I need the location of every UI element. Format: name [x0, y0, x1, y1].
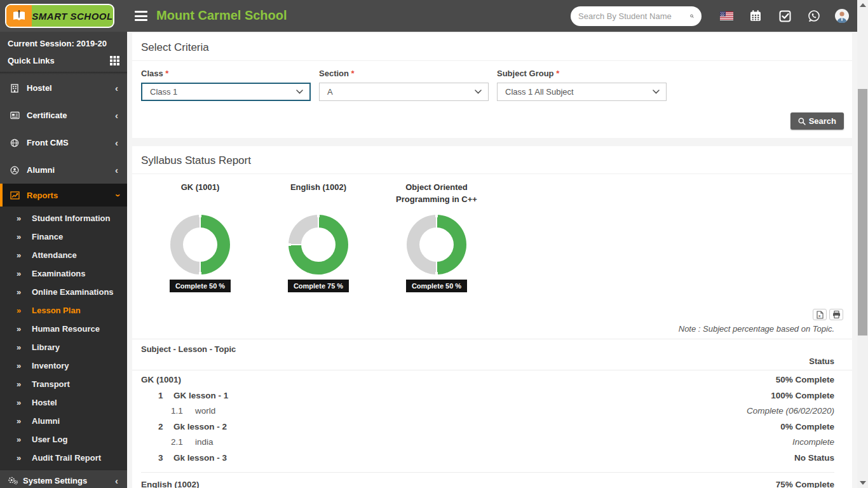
- scroll-down-arrow[interactable]: [860, 481, 866, 485]
- menu-toggle-icon[interactable]: [135, 11, 147, 21]
- whatsapp-icon[interactable]: [806, 8, 822, 24]
- submenu-item[interactable]: » Transport: [0, 375, 127, 393]
- double-chevron-icon: »: [17, 232, 32, 241]
- donut-hole: [419, 227, 454, 262]
- search-input[interactable]: [578, 11, 690, 21]
- certificate-icon: [10, 111, 27, 119]
- sidebar-item-hostel[interactable]: Hostel ‹: [0, 74, 127, 102]
- main-content: Select Criteria Class * Class 1 Section …: [127, 32, 857, 488]
- submenu-item[interactable]: » User Log: [0, 430, 127, 449]
- submenu-item[interactable]: » Inventory: [0, 356, 127, 375]
- row-label: GK (1001): [141, 372, 181, 388]
- subject-group-select[interactable]: Class 1 All Subject: [497, 83, 667, 101]
- table-row: 2.1 india Incomplete: [141, 435, 834, 451]
- sidebar-item-system-settings[interactable]: System Settings ‹: [0, 470, 127, 488]
- sidebar-item-alumni[interactable]: Alumni ‹: [0, 156, 127, 184]
- panel-title: Syllabus Status Report: [132, 146, 852, 174]
- row-status: 0% Complete: [780, 419, 834, 435]
- submenu-item[interactable]: » Human Resource: [0, 320, 127, 338]
- excel-icon: x: [817, 311, 824, 319]
- table-row: 1.1 world Complete (06/02/2020): [141, 403, 834, 419]
- row-label: English (1002): [141, 477, 200, 488]
- submenu-item-label: Alumni: [32, 416, 60, 426]
- donut-chart: [170, 215, 230, 274]
- sidebar-item-label: Reports: [27, 191, 58, 200]
- scrollbar-thumb[interactable]: [858, 89, 867, 336]
- chevron-down-icon: [653, 90, 660, 94]
- app-logo[interactable]: SMART SCHOOL: [5, 4, 114, 28]
- language-flag-icon[interactable]: [718, 8, 735, 24]
- grid-icon[interactable]: [110, 56, 119, 65]
- globe-icon: [10, 139, 27, 147]
- row-status: No Status: [794, 451, 834, 466]
- row-number: 2: [158, 419, 173, 435]
- quick-links[interactable]: Quick Links: [0, 51, 127, 72]
- building-icon: [10, 84, 27, 93]
- double-chevron-icon: »: [17, 306, 32, 315]
- donut-charts-row: GK (1001) Complete 50 % English (1002) C…: [132, 174, 852, 292]
- chart-title: English (1002): [259, 180, 377, 212]
- row-status: 100% Complete: [771, 388, 834, 404]
- column-header-status: Status: [141, 356, 834, 366]
- submenu-item[interactable]: » Library: [0, 338, 127, 356]
- tasks-check-icon[interactable]: [776, 8, 793, 24]
- submenu-item[interactable]: » Student Information: [0, 209, 127, 227]
- row-number: 1.1: [171, 403, 195, 419]
- double-chevron-icon: »: [17, 250, 32, 260]
- page-scrollbar[interactable]: [857, 0, 868, 488]
- chevron-left-icon: ‹: [115, 137, 118, 148]
- submenu-item-label: Attendance: [32, 250, 77, 260]
- export-excel-button[interactable]: x: [813, 309, 827, 320]
- table-row: 1 GK lesson - 1 100% Complete: [141, 388, 834, 404]
- submenu-item-label: Hostel: [32, 398, 57, 407]
- submenu-item-label: Transport: [32, 379, 70, 389]
- submenu-item-label: User Log: [32, 435, 67, 444]
- scroll-up-arrow[interactable]: [860, 3, 866, 7]
- subject-donut-chart: English (1002) Complete 75 %: [259, 180, 377, 292]
- row-number: 1: [158, 388, 173, 404]
- submenu-item[interactable]: » Audit Trail Report: [0, 449, 127, 467]
- gears-icon: [8, 476, 23, 485]
- submenu-item[interactable]: » Finance: [0, 227, 127, 246]
- person-icon: [10, 166, 27, 175]
- calendar-icon[interactable]: [747, 8, 764, 24]
- table-row: GK (1001) 50% Complete: [141, 372, 834, 388]
- quick-links-label: Quick Links: [8, 56, 55, 65]
- chevron-left-icon: ‹: [115, 165, 118, 175]
- sidebar-item-label: Front CMS: [27, 138, 69, 147]
- submenu-item[interactable]: » Lesson Plan: [0, 301, 127, 320]
- submenu-item-label: Examinations: [32, 269, 86, 278]
- donut-chart: [407, 215, 466, 274]
- class-select[interactable]: Class 1: [141, 83, 311, 101]
- row-label: Gk lesson - 3: [173, 451, 227, 466]
- double-chevron-icon: »: [17, 435, 32, 444]
- submenu-item[interactable]: » Attendance: [0, 246, 127, 264]
- chevron-down-icon: [296, 90, 303, 94]
- row-label: world: [195, 403, 215, 419]
- user-avatar[interactable]: [834, 8, 850, 24]
- chevron-left-icon: ‹: [115, 83, 118, 93]
- double-chevron-icon: »: [17, 416, 32, 426]
- section-select[interactable]: A: [319, 83, 489, 101]
- print-button[interactable]: [829, 309, 843, 320]
- sidebar-item-reports[interactable]: Reports ‹: [0, 184, 127, 207]
- chart-line-icon: [10, 191, 27, 200]
- subject-donut-chart: Object Oriented Programming in C++ Compl…: [377, 180, 496, 292]
- sidebar-item-front-cms[interactable]: Front CMS ‹: [0, 129, 127, 156]
- submenu-item[interactable]: » Examinations: [0, 264, 127, 283]
- search-button[interactable]: Search: [790, 112, 844, 130]
- double-chevron-icon: »: [17, 342, 32, 352]
- table-row: English (1002) 75% Complete: [141, 472, 834, 488]
- search-icon[interactable]: [690, 11, 694, 21]
- chevron-down-icon: ‹: [111, 194, 122, 197]
- submenu-item[interactable]: » Online Examinations: [0, 283, 127, 301]
- sidebar: Current Session: 2019-20 Quick Links Hos…: [0, 32, 127, 488]
- subject-group-label: Subject Group *: [497, 69, 667, 78]
- donut-hole: [183, 227, 217, 262]
- double-chevron-icon: »: [17, 324, 32, 334]
- submenu-item[interactable]: » Hostel: [0, 393, 127, 412]
- sidebar-item-certificate[interactable]: Certificate ‹: [0, 102, 127, 129]
- row-number: 2.1: [171, 435, 195, 451]
- submenu-item[interactable]: » Alumni: [0, 412, 127, 430]
- panel-title: Select Criteria: [132, 33, 852, 61]
